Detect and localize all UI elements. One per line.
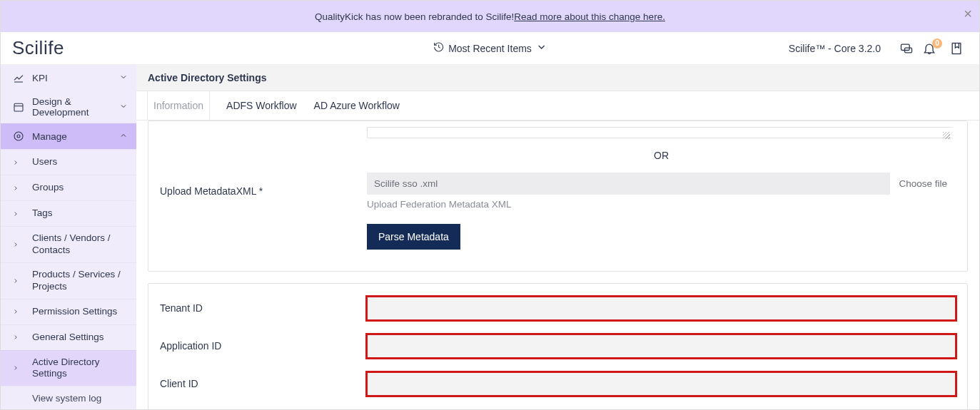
chevron-right-icon <box>12 308 25 315</box>
application-id-input[interactable] <box>367 334 956 358</box>
choose-file-button[interactable]: Choose file <box>890 173 956 195</box>
chevron-right-icon <box>12 241 25 248</box>
sidebar-label: Design & Development <box>32 96 119 118</box>
chevron-up-icon <box>119 131 128 142</box>
close-icon[interactable]: × <box>964 6 972 21</box>
sidebar-label: KPI <box>32 73 119 83</box>
metadata-panel: OR Upload MetadataXML * Scilife sso .xml… <box>148 121 968 272</box>
sidebar-item-users[interactable]: Users <box>1 149 136 175</box>
page-title: Active Directory Settings <box>136 65 979 91</box>
chevron-right-icon <box>12 185 25 192</box>
tab-adfs-workflow[interactable]: ADFS Workflow <box>226 91 297 120</box>
parse-metadata-button[interactable]: Parse Metadata <box>367 224 460 250</box>
sidebar-item-general-settings[interactable]: General Settings <box>1 324 136 350</box>
sidebar-item-permission-settings[interactable]: Permission Settings <box>1 299 136 324</box>
sidebar-item-tags[interactable]: Tags <box>1 200 136 226</box>
sidebar-item-kpi[interactable]: KPI <box>1 65 136 91</box>
sidebar: KPI Design & Development Manage Users Gr… <box>1 65 136 410</box>
client-id-input[interactable] <box>367 372 956 396</box>
client-id-label: Client ID <box>160 377 367 390</box>
svg-point-5 <box>17 135 20 138</box>
tenant-id-label: Tenant ID <box>160 302 367 314</box>
sidebar-item-design[interactable]: Design & Development <box>1 91 136 123</box>
chevron-right-icon <box>12 159 25 166</box>
svg-rect-0 <box>901 44 910 50</box>
chevron-right-icon <box>12 277 25 285</box>
sidebar-item-products-services[interactable]: Products / Services / Projects <box>1 262 136 299</box>
sidebar-label: Products / Services / Projects <box>32 269 128 293</box>
chevron-down-icon <box>119 102 128 113</box>
sidebar-label: Permission Settings <box>32 306 128 318</box>
notification-badge: 0 <box>932 39 942 48</box>
svg-point-6 <box>14 132 23 140</box>
chevron-right-icon <box>12 334 25 341</box>
chevron-right-icon <box>12 364 25 371</box>
tab-azure-workflow[interactable]: AD Azure Workflow <box>314 91 400 120</box>
gear-icon <box>12 130 25 142</box>
sidebar-label: Manage <box>32 131 119 142</box>
sidebar-label: Active Directory Settings <box>32 357 128 381</box>
notifications-icon[interactable]: 0 <box>918 41 941 56</box>
recent-items-dropdown[interactable]: Most Recent Items <box>433 41 547 55</box>
sidebar-item-active-directory[interactable]: Active Directory Settings <box>1 350 136 386</box>
chart-icon <box>12 72 25 83</box>
calendar-icon <box>12 101 25 113</box>
main-content: Active Directory Settings Information AD… <box>136 65 979 410</box>
banner-text: QualityKick has now been rebranded to Sc… <box>315 11 514 22</box>
banner-link[interactable]: Read more about this change here. <box>514 11 665 22</box>
bookmark-icon[interactable] <box>945 41 968 56</box>
chevron-down-icon <box>119 73 128 83</box>
sidebar-label: Users <box>32 156 128 168</box>
tabs: Information ADFS Workflow AD Azure Workf… <box>136 91 979 121</box>
version-label: Scilife™ - Core 3.2.0 <box>789 43 881 54</box>
sidebar-item-system-log[interactable]: View system log <box>1 386 136 410</box>
recent-items-label: Most Recent Items <box>448 43 532 54</box>
brand-logo[interactable]: Scilife <box>12 37 64 59</box>
rebrand-banner: QualityKick has now been rebranded to Sc… <box>1 1 979 32</box>
sidebar-label: View system log <box>32 393 128 405</box>
tab-information[interactable]: Information <box>148 91 209 120</box>
sidebar-item-groups[interactable]: Groups <box>1 175 136 200</box>
application-id-label: Application ID <box>160 339 367 352</box>
sidebar-label: Tags <box>32 207 128 220</box>
upload-hint: Upload Federation Metadata XML <box>367 199 956 210</box>
chevron-right-icon <box>12 210 25 217</box>
metadata-textarea[interactable] <box>367 127 956 138</box>
upload-filename[interactable]: Scilife sso .xml <box>367 173 890 195</box>
svg-rect-2 <box>952 43 961 53</box>
svg-rect-3 <box>14 103 23 111</box>
top-bar: Scilife Most Recent Items Scilife™ - Cor… <box>1 32 979 65</box>
history-icon <box>433 41 444 55</box>
or-separator: OR <box>160 145 956 165</box>
chat-icon[interactable] <box>895 41 918 56</box>
tenant-id-input[interactable] <box>367 297 956 320</box>
sidebar-label: Clients / Vendors / Contacts <box>32 232 128 257</box>
sidebar-item-clients-vendors[interactable]: Clients / Vendors / Contacts <box>1 226 136 262</box>
ids-panel: Tenant ID Application ID Client ID <box>148 283 968 410</box>
upload-label: Upload MetadataXML * <box>160 185 367 198</box>
sidebar-label: General Settings <box>32 332 128 344</box>
sidebar-label: Groups <box>32 182 128 194</box>
chevron-down-icon <box>536 41 547 55</box>
sidebar-item-manage[interactable]: Manage <box>1 123 136 149</box>
